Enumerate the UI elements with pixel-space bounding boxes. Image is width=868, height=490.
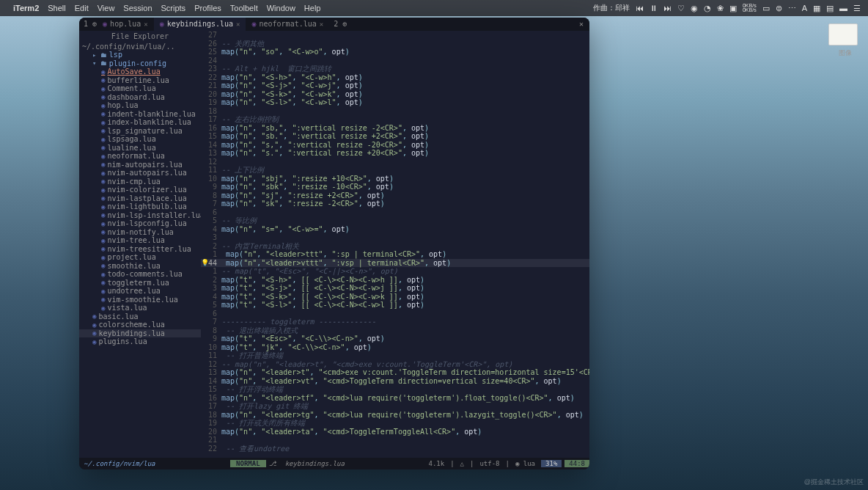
tree-item-vista-lua[interactable]: ◉vista.lua [79, 304, 201, 312]
battery-icon[interactable]: ▬ [839, 4, 847, 12]
window-close-icon[interactable]: ✕ [573, 20, 589, 29]
tree-item-basic-lua[interactable]: ◉basic.lua [79, 312, 201, 321]
tab-hop[interactable]: ◉ hop.lua ✕ [97, 18, 154, 31]
code-line[interactable]: 4map("n", "s=", "<C-w>=", opt) [201, 225, 589, 234]
menu-view[interactable]: View [98, 4, 115, 12]
tree-item-lualine-lua[interactable]: ◉lualine.lua [79, 144, 201, 153]
code-line[interactable]: 25map("n", "so", "<C-w>o", opt) [201, 48, 589, 56]
tab-keybindings[interactable]: ◉ keybindings.lua ✕ [154, 18, 246, 31]
tree-item-vim-smoothie-lua[interactable]: ◉vim-smoothie.lua [79, 296, 201, 304]
code-line[interactable]: 13map("n", "s.", ":vertical resize +20<C… [201, 149, 589, 158]
bag-icon[interactable]: ▣ [729, 4, 737, 13]
wifi-icon[interactable]: ⊜ [776, 4, 782, 13]
prev-track-icon[interactable]: ⏮ [636, 4, 644, 12]
tree-item-nvim-lastplace-lua[interactable]: ◉nvim-lastplace.lua [79, 194, 201, 203]
menu-session[interactable]: Session [123, 4, 152, 12]
code-line[interactable]: 18 [201, 107, 589, 116]
tree-item-plugins-lua[interactable]: ◉plugins.lua [79, 337, 201, 346]
code-line[interactable]: 19 -- 打开或关闭所有终端 [201, 419, 589, 428]
app-name[interactable]: iTerm2 [13, 4, 39, 12]
code-line[interactable]: 24 [201, 56, 589, 65]
code-line[interactable]: 6 [201, 208, 589, 217]
code-line[interactable]: 21map("n", "<S-j>", "<C-w>j", opt) [201, 81, 589, 90]
tree-item-nvim-tree-lua[interactable]: ◉nvim-tree.lua [79, 236, 201, 245]
tree-item-indent-blankline-lua[interactable]: ◉indent-blankline.lua [79, 110, 201, 119]
code-line[interactable]: 27 [201, 31, 589, 40]
code-line[interactable]: 20map("n", "<S-k>", "<C-w>k", opt) [201, 90, 589, 99]
tree-item-nvim-notify-lua[interactable]: ◉nvim-notify.lua [79, 228, 201, 237]
code-line[interactable]: 22 -- 查看undotree [201, 445, 589, 453]
tree-item-undotree-lua[interactable]: ◉undotree.lua [79, 287, 201, 296]
system-icon[interactable]: ◉ [691, 4, 698, 13]
code-line[interactable]: 1-- map("t", "<Esc>", "<C-||><C-n>", opt… [201, 267, 589, 276]
code-line[interactable]: 15map("n", "sb.", ":vertical resize +2<C… [201, 132, 589, 141]
tree-item-hop-lua[interactable]: ◉hop.lua [79, 101, 201, 110]
code-line[interactable]: 5-- 等比例 [201, 216, 589, 225]
tree-item-lspsaga-lua[interactable]: ◉lspsaga.lua [79, 135, 201, 144]
tree-item-nim-autopairs-lua[interactable]: ◉nim-autopairs.lua [79, 161, 201, 169]
close-icon[interactable]: ✕ [320, 21, 323, 28]
code-line[interactable]: 10map("n", "sbj", ":resize +10<CR>", opt… [201, 175, 589, 183]
code-line[interactable]: 10map("t", "jk", "<C-\\><C-n>", opt) [201, 343, 589, 352]
favorite-icon[interactable]: ♡ [677, 4, 685, 13]
clock-icon[interactable]: ◔ [704, 4, 711, 13]
code-line[interactable]: 2map("t", "<S-h>", [[ <C-\><C-N><C-w>h ]… [201, 276, 589, 285]
tree-item-keybindings-lua[interactable]: ◉keybindings.lua [79, 329, 201, 338]
tree-item-lsp_signature-lua[interactable]: ◉lsp_signature.lua [79, 127, 201, 136]
tree-item-bufferline-lua[interactable]: ◉bufferline.lua [79, 76, 201, 85]
code-line[interactable]: 17 -- 打开lazy git 终端 [201, 402, 589, 411]
code-line[interactable]: 5map("t", "<S-l>", [[ <C-\><C-N><C-w>l ]… [201, 301, 589, 310]
code-line[interactable]: 12-- map("n", "<leader>t", "<cmd>exe v:c… [201, 360, 589, 369]
tree-item-nvim-colorizer-lua[interactable]: ◉nvim-colorizer.lua [79, 186, 201, 194]
code-line[interactable]: 2-- 内置Terminal相关 [201, 242, 589, 251]
tree-item-todo-comments-lua[interactable]: ◉todo-comments.lua [79, 270, 201, 279]
code-line[interactable]: 14map("n", "<leader>vt", "<cmd>ToggleTer… [201, 377, 589, 386]
code-line[interactable]: 17-- 左右比例控制 [201, 115, 589, 124]
dots-icon[interactable]: ⋯ [788, 4, 796, 13]
tree-item-project-lua[interactable]: ◉project.lua [79, 253, 201, 262]
menu-window[interactable]: Window [267, 4, 295, 12]
tree-item-smoothie-lua[interactable]: ◉smoothie.lua [79, 262, 201, 271]
code-line[interactable]: 12 [201, 158, 589, 167]
pause-icon[interactable]: ⏸ [650, 4, 658, 12]
code-editor[interactable]: 2726-- 关闭其他25map("n", "so", "<C-w>o", op… [201, 31, 589, 458]
tab-group-2[interactable]: 2 ⊕ [329, 20, 347, 29]
wechat-icon[interactable]: ❀ [717, 4, 724, 13]
display-icon[interactable]: ▭ [762, 4, 770, 13]
network-stats[interactable]: 0KB/s0KB/s [743, 4, 757, 13]
next-track-icon[interactable]: ⏭ [663, 4, 672, 12]
code-line[interactable]: 9map("n", "sbk", ":resize -10<CR>", opt) [201, 183, 589, 191]
close-icon[interactable]: ✕ [144, 21, 147, 28]
code-line[interactable]: 8 -- 退出终端插入模式 [201, 326, 589, 335]
tree-item-nvim-lspconfig-lua[interactable]: ◉nvim-lspconfig.lua [79, 219, 201, 228]
tree-item-AutoSave-lua[interactable]: ◉AutoSave.lua [79, 67, 201, 76]
tree-item-lsp[interactable]: ▸ 🖿lsp [79, 51, 201, 59]
menu-shell[interactable]: Shell [48, 4, 65, 12]
code-line[interactable]: 13map("n", "<leader>t", "<cmd>exe v:coun… [201, 368, 589, 377]
tree-item-index-blankline-lua[interactable]: ◉index-blankline.lua [79, 118, 201, 127]
code-line[interactable]: 23-- Alt + hjkl 窗口之间跳转 [201, 65, 589, 73]
menu-profiles[interactable]: Profiles [194, 4, 221, 12]
code-line[interactable]: 21 [201, 436, 589, 445]
code-line[interactable]: 4map("t", "<S-k>", [[ <C-\><C-N><C-w>k ]… [201, 293, 589, 301]
code-line[interactable]: 7---------- toggleterm ------------- [201, 318, 589, 326]
tree-item-nvim-autopairs-lua[interactable]: ◉nvim-autopairs.lua [79, 169, 201, 178]
tree-item-nvim-lsp-installer-lua[interactable]: ◉nvim-lsp-installer.lua [79, 211, 201, 220]
tile-icon[interactable]: ▦ [813, 4, 820, 13]
tree-item-neoformat-lua[interactable]: ◉neoformat.lua [79, 152, 201, 161]
tree-item-plugin-config[interactable]: ▾ 🖿plugin-config [79, 59, 201, 68]
tab-group-1[interactable]: 1 ⊕ [79, 20, 97, 29]
menu-scripts[interactable]: Scripts [161, 4, 186, 12]
tree-item-toggleterm-lua[interactable]: ◉toggleterm.lua [79, 279, 201, 288]
code-line[interactable]: 6 [201, 310, 589, 318]
code-line[interactable]: 22map("n", "<S-h>", "<C-w>h", opt) [201, 73, 589, 82]
tree-item-nvim-lightbulb-lua[interactable]: ◉nvim-lightbulb.lua [79, 202, 201, 211]
code-line[interactable]: 19map("n", "<S-l>", "<C-w>l", opt) [201, 98, 589, 107]
tree-item-dashboard-lua[interactable]: ◉dashboard.lua [79, 93, 201, 102]
code-line[interactable]: 14map("n", "s,", ":vertical resize -20<C… [201, 141, 589, 150]
code-line[interactable]: 3 [201, 233, 589, 242]
lightbulb-icon[interactable]: 💡 [201, 259, 209, 266]
flag-icon[interactable]: ▤ [826, 4, 834, 13]
tab-neoformat[interactable]: ◉ neoformat.lua ✕ [246, 18, 329, 31]
tree-item-Comment-lua[interactable]: ◉Comment.lua [79, 84, 201, 93]
